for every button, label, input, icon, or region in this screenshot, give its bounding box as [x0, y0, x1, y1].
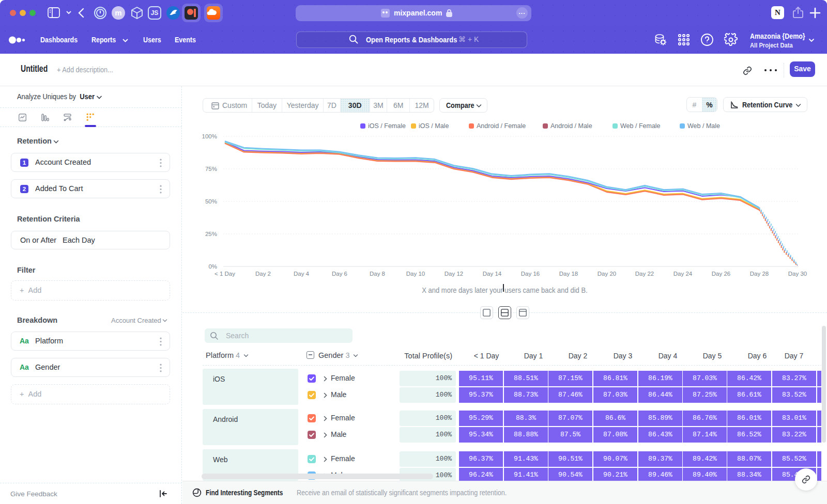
- svg-text:Day 22: Day 22: [635, 271, 654, 277]
- svg-text:Day 30: Day 30: [788, 271, 807, 277]
- svg-text:Day 16: Day 16: [521, 271, 540, 277]
- svg-text:Day 14: Day 14: [483, 271, 502, 277]
- svg-text:Day 20: Day 20: [598, 271, 616, 277]
- svg-text:Day 28: Day 28: [750, 271, 769, 277]
- svg-text:50%: 50%: [205, 198, 217, 204]
- svg-text:Day 26: Day 26: [712, 271, 730, 277]
- svg-text:Day 6: Day 6: [332, 271, 347, 277]
- svg-text:Day 2: Day 2: [255, 271, 271, 277]
- svg-text:Day 4: Day 4: [294, 271, 310, 277]
- svg-text:< 1 Day: < 1 Day: [215, 271, 235, 277]
- svg-text:Day 18: Day 18: [559, 271, 578, 277]
- svg-text:75%: 75%: [205, 166, 217, 172]
- svg-text:0%: 0%: [208, 263, 217, 270]
- svg-text:Day 8: Day 8: [370, 271, 385, 277]
- svg-text:25%: 25%: [205, 231, 217, 237]
- svg-text:100%: 100%: [202, 133, 217, 139]
- svg-text:Day 10: Day 10: [406, 271, 425, 277]
- svg-text:Day 24: Day 24: [673, 271, 693, 277]
- svg-text:Day 12: Day 12: [445, 271, 463, 277]
